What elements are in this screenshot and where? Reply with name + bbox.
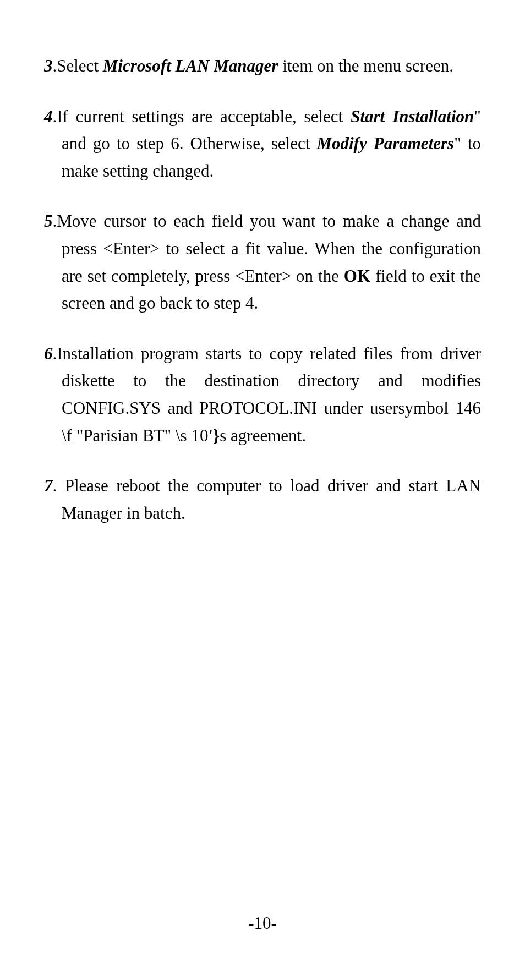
page-number: -10- xyxy=(0,913,525,933)
item-number: 7 xyxy=(44,476,53,495)
list-item-3: 3.Select Microsoft LAN Manager item on t… xyxy=(44,52,481,80)
item-number: 4 xyxy=(44,107,53,126)
emphasis-text: Start Installation xyxy=(351,107,474,126)
list-item-6: 6.Installation program starts to copy re… xyxy=(44,340,481,449)
item-number: 5 xyxy=(44,211,53,231)
item-text: .If current settings are acceptable, sel… xyxy=(53,107,351,126)
item-text: item on the menu screen. xyxy=(278,56,453,75)
item-text: .Select xyxy=(53,56,103,75)
emphasis-text: Microsoft LAN Manager xyxy=(103,56,278,75)
item-number: 6 xyxy=(44,344,53,363)
list-item-7: 7. Please reboot the computer to load dr… xyxy=(44,472,481,527)
list-item-4: 4.If current settings are acceptable, se… xyxy=(44,103,481,185)
document-content: 3.Select Microsoft LAN Manager item on t… xyxy=(44,52,481,527)
emphasis-text: OK xyxy=(344,266,370,286)
item-number: 3 xyxy=(44,56,53,75)
emphasis-text: '} xyxy=(208,426,220,445)
item-text: s agreement. xyxy=(220,426,306,445)
list-item-5: 5.Move cursor to each field you want to … xyxy=(44,207,481,316)
item-text: . Please reboot the computer to load dri… xyxy=(53,476,482,523)
emphasis-text: Modify Parameters xyxy=(316,134,454,153)
